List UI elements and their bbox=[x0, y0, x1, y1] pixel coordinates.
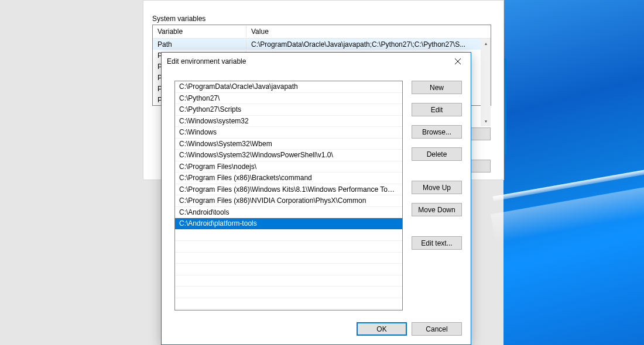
ok-button[interactable]: OK bbox=[357, 322, 407, 336]
edit-environment-variable-dialog: Edit environment variable C:\ProgramData… bbox=[161, 52, 471, 345]
list-item[interactable]: C:\Program Files\nodejs\ bbox=[175, 161, 402, 173]
col-header-value[interactable]: Value bbox=[246, 26, 491, 37]
list-item-empty[interactable] bbox=[175, 241, 402, 253]
delete-button[interactable]: Delete bbox=[412, 147, 462, 161]
list-item[interactable]: C:\Windows bbox=[175, 127, 402, 139]
scrollbar[interactable]: ▴ ▾ bbox=[481, 39, 491, 126]
list-item[interactable]: C:\Python27\ bbox=[175, 93, 402, 105]
edit-text-button[interactable]: Edit text... bbox=[412, 236, 462, 250]
scroll-up-icon[interactable]: ▴ bbox=[481, 39, 491, 49]
list-item-empty[interactable] bbox=[175, 275, 402, 287]
list-item[interactable]: C:\Program Files (x86)\Windows Kits\8.1\… bbox=[175, 184, 402, 196]
edit-button[interactable]: Edit bbox=[412, 103, 462, 116]
system-variables-label: System variables bbox=[152, 15, 205, 23]
new-button[interactable]: New bbox=[412, 81, 462, 94]
list-item[interactable]: C:\Android\platform-tools bbox=[175, 218, 402, 230]
background-panel bbox=[0, 0, 143, 345]
close-button[interactable] bbox=[444, 53, 471, 70]
scroll-down-icon[interactable]: ▾ bbox=[481, 116, 491, 126]
list-item-empty[interactable] bbox=[175, 264, 402, 275]
dialog-title: Edit environment variable bbox=[167, 57, 246, 65]
list-item[interactable]: C:\Android\tools bbox=[175, 207, 402, 219]
dialog-titlebar[interactable]: Edit environment variable bbox=[162, 53, 471, 70]
list-item-empty[interactable] bbox=[175, 287, 402, 298]
list-item[interactable]: C:\Program Files (x86)\NVIDIA Corporatio… bbox=[175, 195, 402, 207]
desktop-wallpaper bbox=[503, 0, 644, 345]
close-icon bbox=[455, 58, 461, 64]
list-item[interactable]: C:\Python27\Scripts bbox=[175, 104, 402, 116]
path-listbox[interactable]: C:\ProgramData\Oracle\Java\javapathC:\Py… bbox=[174, 81, 403, 310]
list-item[interactable]: C:\Program Files (x86)\Brackets\command bbox=[175, 172, 402, 184]
list-item-empty[interactable] bbox=[175, 253, 402, 264]
cancel-button[interactable]: Cancel bbox=[412, 322, 462, 336]
list-item[interactable]: C:\Windows\system32 bbox=[175, 116, 402, 127]
browse-button[interactable]: Browse... bbox=[412, 125, 462, 139]
list-item-empty[interactable] bbox=[175, 298, 402, 310]
list-item[interactable]: C:\ProgramData\Oracle\Java\javapath bbox=[175, 81, 402, 93]
list-item[interactable]: C:\Windows\System32\Wbem bbox=[175, 139, 402, 150]
cell-value: C:\ProgramData\Oracle\Java\javapath;C:\P… bbox=[246, 40, 491, 49]
table-header: Variable Value bbox=[153, 25, 491, 39]
cell-variable: Path bbox=[153, 40, 246, 49]
list-item-empty[interactable] bbox=[175, 230, 402, 242]
move-up-button[interactable]: Move Up bbox=[412, 181, 462, 194]
move-down-button[interactable]: Move Down bbox=[412, 203, 462, 216]
col-header-variable[interactable]: Variable bbox=[153, 26, 246, 37]
list-item[interactable]: C:\Windows\System32\WindowsPowerShell\v1… bbox=[175, 150, 402, 161]
table-row[interactable]: PathC:\ProgramData\Oracle\Java\javapath;… bbox=[153, 39, 491, 50]
